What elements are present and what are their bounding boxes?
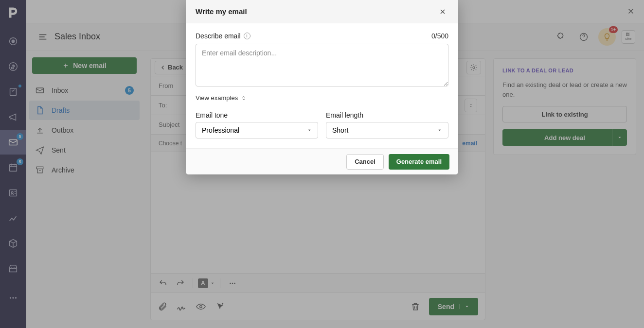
info-icon[interactable]: i (244, 33, 250, 39)
chevron-down-icon (307, 128, 312, 133)
expand-icon (241, 95, 247, 101)
length-label: Email length (326, 111, 448, 119)
describe-label-row: Describe email i (196, 32, 250, 40)
char-counter: 0/500 (431, 32, 448, 40)
write-email-modal: Write my email Describe email i 0/500 Vi… (186, 0, 458, 174)
length-value: Short (332, 126, 348, 134)
describe-label: Describe email (196, 32, 241, 40)
tone-select[interactable]: Professional (196, 122, 318, 138)
tone-label: Email tone (196, 111, 318, 119)
cancel-button[interactable]: Cancel (346, 154, 384, 170)
modal-header: Write my email (186, 0, 458, 23)
generate-label: Generate email (396, 158, 442, 165)
modal-body: Describe email i 0/500 View examples Ema… (186, 23, 458, 148)
cancel-label: Cancel (355, 158, 376, 165)
email-description-input[interactable] (196, 44, 448, 86)
chevron-down-icon (437, 128, 442, 133)
generate-email-button[interactable]: Generate email (389, 154, 449, 170)
modal-title: Write my email (196, 7, 247, 16)
close-icon (439, 8, 447, 16)
view-examples-toggle[interactable]: View examples (196, 94, 448, 102)
modal-footer: Cancel Generate email (186, 148, 458, 174)
modal-close-button[interactable] (437, 6, 448, 17)
length-select[interactable]: Short (326, 122, 448, 138)
view-examples-label: View examples (196, 94, 238, 102)
tone-value: Professional (202, 126, 239, 134)
